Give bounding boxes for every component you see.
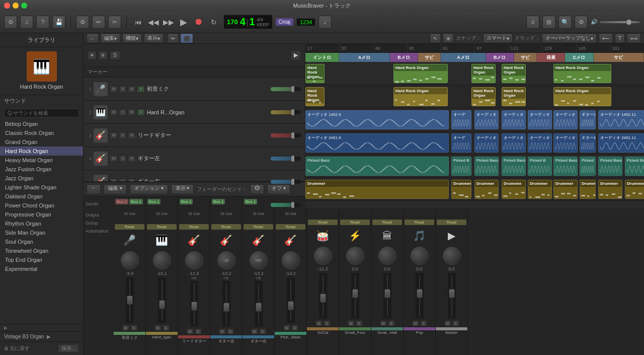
solo-btn-ch-10[interactable]: S [452, 320, 459, 326]
clip-5-8[interactable]: Picked Bass [625, 157, 644, 176]
drag-value[interactable]: オーバーラップなし ▾ [542, 33, 597, 43]
clip-4-4[interactable]: オーディオ 2#01.9 [528, 133, 552, 153]
footer-instrument[interactable]: Vintage B3 Organ [4, 334, 44, 339]
send-Bus1-btn[interactable]: Bus 1 [244, 199, 257, 204]
clip-1-2[interactable]: Hard Rock Organ [471, 64, 496, 83]
settings-icon-small[interactable]: ⚙ 元に戻す [4, 344, 30, 353]
clip-1-4[interactable]: Hard Rock Organ [553, 64, 611, 83]
minimize-button[interactable] [13, 3, 19, 9]
send-Bus1-btn[interactable]: Bus 1 [212, 199, 225, 204]
grid-view-btn[interactable]: ⊞ [542, 16, 555, 29]
sidebar-item-top-end-organ[interactable]: Top End Organ [0, 255, 83, 264]
function-menu[interactable]: 機能 ▾ [122, 33, 142, 43]
sidebar-item-bebop-organ[interactable]: Bebop Organ [0, 119, 83, 128]
mute-btn-ch-5[interactable]: M [283, 325, 290, 331]
fader-knob-2[interactable] [291, 109, 294, 115]
channel-pan-3[interactable]: -37 [217, 251, 235, 269]
save-button[interactable]: 保存... [58, 344, 79, 353]
sidebar-item-oakland-organ[interactable]: Oakland Organ [0, 192, 83, 201]
fader-handle-6[interactable] [320, 294, 326, 303]
sidebar-item-heavy-metal-organ[interactable]: Heavy Metal Organ [0, 156, 83, 165]
clip-4-7[interactable]: オーディオ 2#01.11 [598, 133, 644, 153]
sidebar-item-experimental[interactable]: Experimental [0, 264, 83, 273]
clip-2-2[interactable]: Hard Rock Organ [471, 87, 496, 106]
mixer-back-btn[interactable]: ← [87, 184, 101, 194]
clip-4-0[interactable]: オーディオ 2#01.6 [305, 133, 449, 153]
record-arm-btn-1[interactable]: R [128, 86, 136, 93]
clip-6-7[interactable]: Drummer [598, 180, 622, 199]
channel-fader-8[interactable] [383, 273, 391, 318]
solo-btn-1[interactable]: S [119, 86, 127, 93]
solo-btn-ch-0[interactable]: S [130, 325, 137, 331]
channel-auto-0[interactable]: Read [115, 224, 144, 230]
window-controls[interactable] [4, 3, 27, 9]
fader-knob-4[interactable] [291, 156, 294, 162]
channel-fader-0[interactable] [126, 277, 134, 323]
key-display[interactable]: Cmaj [276, 18, 293, 26]
section-サビ[interactable]: サビ [514, 53, 537, 62]
fader-knob-3[interactable] [291, 132, 294, 138]
config-btn[interactable]: ⚙ [575, 16, 588, 29]
clip-3-0[interactable]: オーディオ 1#02.6 [305, 110, 449, 129]
resize-left[interactable]: ⟵ [599, 33, 613, 43]
section-サビ[interactable]: サビ [418, 53, 441, 62]
clip-3-5[interactable]: オーディオ 1#02.10 [553, 110, 578, 129]
solo-btn-ch-8[interactable]: S [388, 320, 395, 326]
input-btn-1[interactable]: I [137, 86, 145, 93]
input-btn-2[interactable]: I [137, 109, 145, 116]
clip-6-1[interactable]: Drummer [451, 180, 471, 199]
clip-5-0[interactable]: Picked Bass [305, 157, 449, 176]
search-input[interactable] [4, 109, 79, 117]
clip-5-3[interactable]: Picked Bass [502, 157, 526, 176]
record-arm-btn-4[interactable]: R [128, 155, 136, 162]
fader-handle-3[interactable] [223, 303, 229, 312]
clip-6-5[interactable]: Drummer [553, 180, 578, 199]
zoom-add-btn[interactable]: ⊕ [443, 33, 454, 43]
sidebar-item-jazz-organ[interactable]: Jazz Organ [0, 174, 83, 183]
channel-pan-9[interactable] [411, 247, 429, 265]
sidebar-item-jazz-fusion-organ[interactable]: Jazz Fusion Organ [0, 165, 83, 174]
track-settings-btn[interactable]: ▶ [291, 50, 301, 60]
sidebar-item-grand-organ[interactable]: Grand Organ [0, 137, 83, 147]
fader-knob-5[interactable] [291, 179, 294, 185]
solo-btn-2[interactable]: S [119, 109, 127, 116]
cycle-btn[interactable]: ↻ [207, 16, 220, 29]
solo-btn-ch-1[interactable]: S [163, 325, 170, 331]
resize-right[interactable]: T [615, 33, 625, 43]
power-btn[interactable]: ⏻ [250, 184, 264, 194]
mute-btn-1[interactable]: M [110, 86, 118, 93]
sidebar-item-lighter-shade-organ[interactable]: Lighter Shade Organ [0, 183, 83, 192]
mute-btn-ch-9[interactable]: M [412, 320, 419, 326]
clip-5-1[interactable]: Picked B [451, 157, 471, 176]
solo-btn-ch-3[interactable]: S [227, 328, 234, 334]
clip-4-5[interactable]: オーディオ 2#01.10 [553, 133, 578, 153]
sidebar-item-rhythm-organ[interactable]: Rhythm Organ [0, 219, 83, 228]
edit-tools-btn[interactable]: ✏ [92, 16, 105, 29]
maximize-button[interactable] [21, 3, 27, 9]
sidebar-item-side-man-organ[interactable]: Side Man Organ [0, 228, 83, 237]
sidebar-item-classic-rock-organ[interactable]: Classic Rock Organ [0, 128, 83, 137]
solo-btn-ch-2[interactable]: S [195, 328, 202, 334]
clip-2-0[interactable]: Hard Rock Organ [305, 87, 325, 106]
channel-pan-0[interactable] [121, 251, 139, 269]
clip-5-6[interactable]: Picked Bass [580, 157, 596, 176]
volume-slider[interactable] [600, 21, 640, 23]
edit-menu[interactable]: 編集 ▾ [101, 33, 120, 43]
sidebar-item-power-chord-organ[interactable]: Power Chord Organ [0, 201, 83, 210]
channel-auto-4[interactable]: Read [244, 224, 273, 230]
clip-3-6[interactable]: ギター左# [580, 110, 596, 129]
clip-2-4[interactable]: Hard Rock Organ [553, 87, 611, 106]
clip-5-4[interactable]: Picked B [528, 157, 552, 176]
channel-auto-1[interactable]: Read [147, 224, 177, 230]
channel-auto-8[interactable]: Read [372, 220, 402, 225]
clip-3-3[interactable]: オーディオ 1#02.8 [502, 110, 526, 129]
fader-handle-2[interactable] [191, 302, 197, 311]
mixer-options-menu[interactable]: オプション ▾ [130, 184, 168, 194]
clip-1-3[interactable]: Hard Rock Organ [502, 64, 526, 83]
fader-knob-1[interactable] [291, 86, 294, 92]
sidebar-item-hard-rock-organ[interactable]: Hard Rock Organ [0, 147, 83, 156]
play-btn[interactable]: ▶ [177, 16, 190, 29]
channel-fader-9[interactable] [416, 273, 424, 318]
channel-auto-10[interactable]: Read [437, 220, 466, 225]
channel-fader-4[interactable] [255, 281, 263, 326]
